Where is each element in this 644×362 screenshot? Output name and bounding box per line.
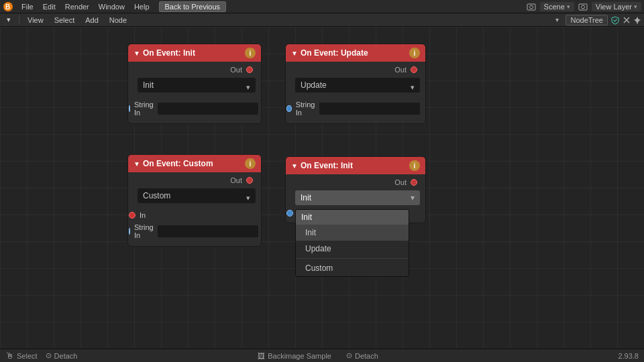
- nh-select[interactable]: Select: [50, 15, 79, 25]
- out-socket-init-1[interactable]: [246, 66, 253, 73]
- node-body-update: Out Init Update Custom String In: [286, 62, 425, 123]
- string-in-socket-custom[interactable]: [129, 228, 130, 235]
- info-icon-init-1[interactable]: i: [245, 48, 256, 58]
- pin-icon[interactable]: [633, 16, 641, 24]
- status-detach-left-label: Detach: [54, 352, 78, 360]
- backimage-icon: 🖼: [258, 352, 265, 360]
- out-label-init-2: Out: [394, 178, 407, 186]
- out-row-init-2: Out: [295, 178, 420, 186]
- dropdown-search-input[interactable]: [296, 210, 409, 225]
- string-in-row-custom: String In: [138, 223, 256, 239]
- collapse-icon-init-1[interactable]: ▼: [133, 50, 140, 57]
- node-header-bar-custom: ▼ On Event: Custom i: [128, 155, 261, 172]
- menu-help[interactable]: Help: [130, 2, 154, 11]
- nh-node[interactable]: Node: [105, 15, 131, 25]
- string-in-field-update[interactable]: [319, 103, 420, 115]
- scene-dropdown[interactable]: Scene ▾: [540, 2, 574, 11]
- node-body-init-1: Out Init Update Custom String In: [128, 62, 261, 123]
- status-select: 🖱 Select: [5, 351, 38, 361]
- collapse-icon-update[interactable]: ▼: [291, 50, 298, 57]
- shield-icon: [610, 15, 620, 25]
- viewlayer-dropdown[interactable]: View Layer ▾: [592, 2, 641, 11]
- node-header-items: ▾ View Select Add Node: [3, 15, 131, 25]
- dropdown-active-button[interactable]: Init ▾: [295, 190, 420, 205]
- x-icon[interactable]: [623, 16, 631, 24]
- viewlayer-chevron-icon: ▾: [634, 3, 637, 10]
- node-on-event-custom: ▼ On Event: Custom i Out Init Update Cus…: [127, 154, 262, 247]
- dropdown-wrapper-custom: Init Update Custom: [138, 188, 256, 207]
- conn-socket-init-2[interactable]: [286, 210, 293, 217]
- out-label-custom: Out: [230, 176, 242, 184]
- string-in-field-custom[interactable]: [158, 225, 258, 237]
- in-label-custom: In: [140, 211, 146, 219]
- svg-point-3: [529, 5, 533, 9]
- status-bar: 🖱 Select ⊙ Detach 🖼 Backimage Sample ⊙ D…: [0, 349, 644, 362]
- detach-icon-center: ⊙: [346, 351, 352, 360]
- detach-icon-left: ⊙: [46, 351, 52, 360]
- in-socket-custom[interactable]: [129, 212, 136, 219]
- node-header-bar-update: ▼ On Event: Update i: [286, 44, 425, 62]
- dropdown-open-wrapper: Init ▾: [295, 190, 420, 205]
- event-type-select-update[interactable]: Init Update Custom: [295, 78, 420, 93]
- blender-logo-icon: B: [3, 1, 13, 12]
- info-icon-init-2[interactable]: i: [409, 160, 420, 171]
- nh-add[interactable]: Add: [81, 15, 103, 25]
- dropdown-item-update[interactable]: Update: [296, 241, 409, 257]
- event-type-select-init-1[interactable]: Init Update Custom: [138, 78, 256, 93]
- string-in-row-init-1: String In: [138, 101, 256, 117]
- svg-point-5: [581, 5, 584, 9]
- collapse-icon-init-2[interactable]: ▼: [291, 162, 298, 170]
- backimage-sample: 🖼 Backimage Sample: [258, 351, 331, 360]
- string-in-socket-init-1[interactable]: [129, 105, 130, 112]
- dropdown-wrapper-init-1: Init Update Custom: [138, 78, 256, 97]
- out-row-init-1: Out: [138, 66, 256, 74]
- node-header-bar-init-2: ▼ On Event: Init i: [286, 157, 425, 174]
- dropdown-item-init[interactable]: Init: [296, 225, 409, 241]
- dropdown-item-custom[interactable]: Custom: [296, 260, 409, 276]
- string-in-field-init-1[interactable]: [158, 103, 258, 115]
- status-select-label: Select: [17, 352, 38, 360]
- svg-text:B: B: [5, 3, 10, 11]
- status-detach-center-label: Detach: [355, 352, 378, 360]
- string-in-socket-update[interactable]: [286, 105, 292, 112]
- menu-bar: B File Edit Render Window Help Back to P…: [0, 0, 644, 13]
- string-in-label-update: String In: [296, 101, 315, 117]
- back-to-previous-button[interactable]: Back to Previous: [159, 1, 227, 12]
- render-icon: [578, 2, 588, 11]
- menu-bar-left: B File Edit Render Window Help Back to P…: [3, 1, 226, 12]
- out-row-custom: Out: [138, 176, 256, 184]
- dropdown-separator: [296, 258, 409, 259]
- node-body-custom: Out Init Update Custom In String In: [128, 172, 261, 246]
- node-on-event-init-1: ▼ On Event: Init i Out Init Update Custo…: [127, 44, 262, 124]
- out-socket-init-2[interactable]: [411, 179, 417, 186]
- dropdown-chevron-icon: ▾: [411, 193, 415, 202]
- nh-view[interactable]: View: [23, 15, 48, 25]
- nh-arrow-icon: ▾: [551, 15, 563, 24]
- nh-type-icon[interactable]: ▾: [3, 15, 15, 25]
- version-number: 2.93.8: [618, 352, 639, 360]
- out-socket-update[interactable]: [411, 66, 417, 73]
- node-on-event-update: ▼ On Event: Update i Out Init Update Cus…: [285, 44, 426, 124]
- svg-rect-2: [527, 4, 535, 10]
- info-icon-custom[interactable]: i: [245, 158, 256, 169]
- status-center: 🖼 Backimage Sample ⊙ Detach: [258, 351, 386, 360]
- collapse-icon-custom[interactable]: ▼: [133, 160, 140, 168]
- info-icon-update[interactable]: i: [409, 48, 420, 58]
- viewlayer-label: View Layer: [596, 3, 632, 11]
- menu-render[interactable]: Render: [61, 2, 93, 11]
- menu-window[interactable]: Window: [95, 2, 129, 11]
- string-in-row-update: String In: [295, 101, 420, 117]
- camera-icon: [527, 2, 536, 11]
- event-type-select-custom[interactable]: Init Update Custom: [138, 188, 256, 203]
- nodetree-dropdown[interactable]: NodeTree: [566, 15, 608, 25]
- string-in-label-init-1: String In: [134, 101, 154, 117]
- dropdown-active-label: Init: [301, 193, 311, 202]
- node-title-custom: On Event: Custom: [143, 159, 213, 168]
- out-socket-custom[interactable]: [246, 177, 253, 184]
- backimage-label: Backimage Sample: [268, 352, 331, 360]
- event-dropdown-menu: Init Update Custom: [295, 209, 409, 277]
- menu-edit[interactable]: Edit: [39, 2, 60, 11]
- nodetree-label: NodeTree: [570, 16, 603, 24]
- out-label-init-1: Out: [230, 66, 242, 74]
- menu-file[interactable]: File: [17, 2, 38, 11]
